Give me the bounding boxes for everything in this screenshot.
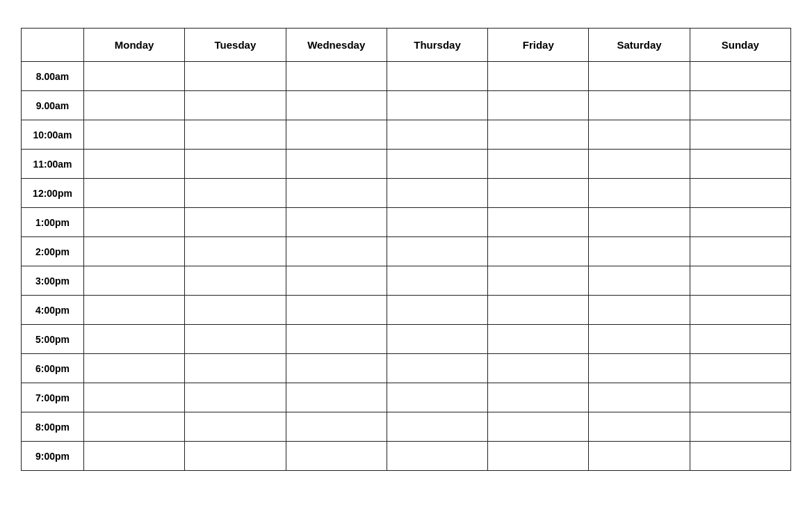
day-cell[interactable]	[690, 325, 790, 354]
day-cell[interactable]	[84, 150, 185, 179]
day-cell[interactable]	[488, 62, 589, 91]
day-cell[interactable]	[589, 62, 690, 91]
day-cell[interactable]	[286, 442, 387, 471]
day-cell[interactable]	[690, 412, 790, 442]
day-cell[interactable]	[589, 412, 690, 442]
day-cell[interactable]	[488, 296, 589, 325]
day-cell[interactable]	[488, 442, 589, 471]
day-cell[interactable]	[286, 91, 387, 120]
day-cell[interactable]	[185, 208, 286, 237]
day-cell[interactable]	[286, 325, 387, 354]
day-cell[interactable]	[690, 354, 790, 383]
day-cell[interactable]	[387, 412, 487, 442]
day-cell[interactable]	[690, 208, 790, 237]
day-cell[interactable]	[84, 354, 185, 383]
day-cell[interactable]	[589, 91, 690, 120]
day-cell[interactable]	[286, 354, 387, 383]
day-cell[interactable]	[185, 179, 286, 208]
day-cell[interactable]	[84, 442, 185, 471]
day-cell[interactable]	[387, 442, 487, 471]
day-cell[interactable]	[84, 237, 185, 266]
day-cell[interactable]	[690, 296, 790, 325]
day-cell[interactable]	[690, 179, 790, 208]
day-cell[interactable]	[589, 237, 690, 266]
day-cell[interactable]	[387, 120, 487, 150]
day-cell[interactable]	[488, 383, 589, 412]
day-cell[interactable]	[589, 179, 690, 208]
day-cell[interactable]	[286, 208, 387, 237]
day-cell[interactable]	[185, 266, 286, 296]
day-cell[interactable]	[488, 179, 589, 208]
day-cell[interactable]	[286, 266, 387, 296]
day-cell[interactable]	[589, 442, 690, 471]
day-cell[interactable]	[488, 208, 589, 237]
day-cell[interactable]	[286, 62, 387, 91]
day-cell[interactable]	[185, 150, 286, 179]
day-cell[interactable]	[690, 91, 790, 120]
day-cell[interactable]	[185, 120, 286, 150]
day-cell[interactable]	[185, 296, 286, 325]
day-cell[interactable]	[185, 91, 286, 120]
day-cell[interactable]	[690, 120, 790, 150]
day-cell[interactable]	[488, 237, 589, 266]
day-cell[interactable]	[690, 442, 790, 471]
day-cell[interactable]	[690, 62, 790, 91]
day-cell[interactable]	[589, 120, 690, 150]
day-cell[interactable]	[690, 150, 790, 179]
day-cell[interactable]	[387, 179, 487, 208]
day-cell[interactable]	[185, 325, 286, 354]
day-cell[interactable]	[185, 354, 286, 383]
day-cell[interactable]	[185, 237, 286, 266]
day-cell[interactable]	[286, 237, 387, 266]
day-cell[interactable]	[387, 266, 487, 296]
day-cell[interactable]	[589, 296, 690, 325]
day-cell[interactable]	[690, 237, 790, 266]
day-cell[interactable]	[589, 266, 690, 296]
day-cell[interactable]	[84, 62, 185, 91]
day-cell[interactable]	[488, 354, 589, 383]
day-cell[interactable]	[589, 150, 690, 179]
day-cell[interactable]	[589, 383, 690, 412]
day-cell[interactable]	[488, 412, 589, 442]
day-cell[interactable]	[286, 412, 387, 442]
day-cell[interactable]	[589, 208, 690, 237]
day-cell[interactable]	[387, 296, 487, 325]
day-cell[interactable]	[185, 412, 286, 442]
day-cell[interactable]	[488, 325, 589, 354]
day-header-sunday: Sunday	[690, 29, 790, 62]
day-cell[interactable]	[690, 383, 790, 412]
day-header-thursday: Thursday	[387, 29, 487, 62]
day-cell[interactable]	[286, 383, 387, 412]
day-cell[interactable]	[185, 442, 286, 471]
day-cell[interactable]	[387, 150, 487, 179]
day-cell[interactable]	[387, 237, 487, 266]
day-cell[interactable]	[589, 325, 690, 354]
day-cell[interactable]	[185, 383, 286, 412]
day-cell[interactable]	[84, 296, 185, 325]
day-cell[interactable]	[387, 383, 487, 412]
day-cell[interactable]	[488, 266, 589, 296]
day-cell[interactable]	[84, 91, 185, 120]
day-cell[interactable]	[488, 120, 589, 150]
day-cell[interactable]	[185, 62, 286, 91]
day-cell[interactable]	[387, 354, 487, 383]
day-cell[interactable]	[387, 208, 487, 237]
day-cell[interactable]	[286, 150, 387, 179]
day-cell[interactable]	[286, 179, 387, 208]
day-cell[interactable]	[84, 266, 185, 296]
day-cell[interactable]	[488, 91, 589, 120]
day-cell[interactable]	[84, 383, 185, 412]
day-cell[interactable]	[286, 120, 387, 150]
day-cell[interactable]	[589, 354, 690, 383]
day-cell[interactable]	[387, 91, 487, 120]
day-cell[interactable]	[488, 150, 589, 179]
day-cell[interactable]	[84, 120, 185, 150]
day-cell[interactable]	[286, 296, 387, 325]
day-cell[interactable]	[387, 62, 487, 91]
day-cell[interactable]	[387, 325, 487, 354]
day-cell[interactable]	[690, 266, 790, 296]
day-cell[interactable]	[84, 325, 185, 354]
day-cell[interactable]	[84, 208, 185, 237]
day-cell[interactable]	[84, 179, 185, 208]
day-cell[interactable]	[84, 412, 185, 442]
